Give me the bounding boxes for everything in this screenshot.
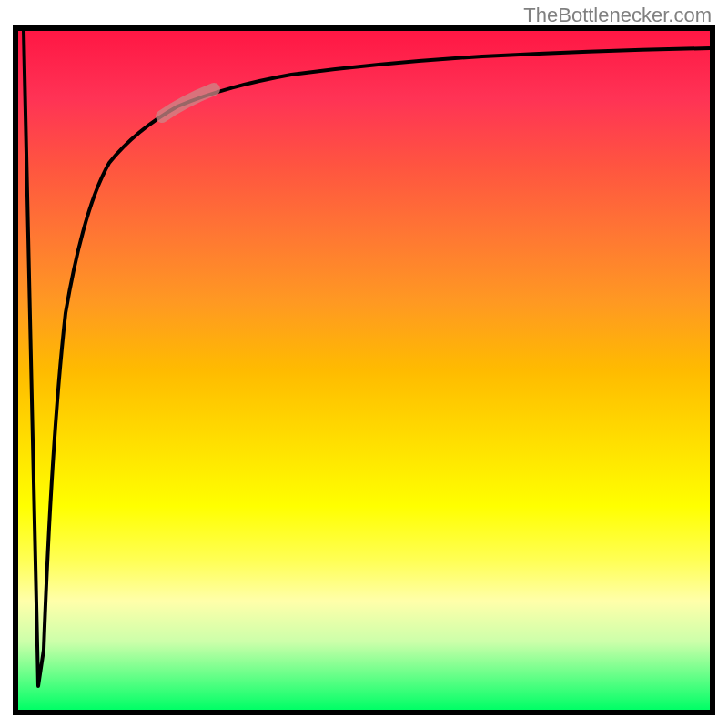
- bottleneck-curve-svg: [18, 31, 710, 710]
- bottleneck-curve: [24, 31, 710, 686]
- watermark-text: TheBottlenecker.com: [523, 4, 712, 27]
- chart-container: [13, 25, 715, 715]
- curve-highlight-segment: [162, 89, 214, 116]
